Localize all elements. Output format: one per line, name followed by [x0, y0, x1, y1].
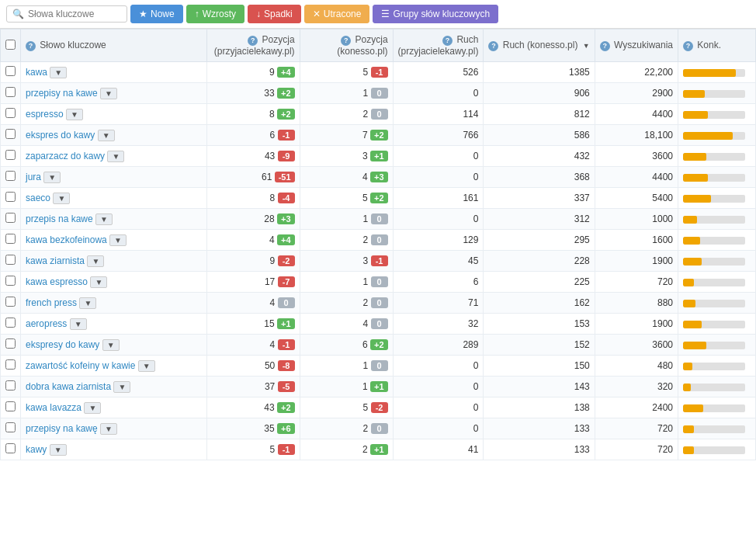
keyword-dropdown-btn[interactable]: ▼ [100, 88, 117, 99]
keyword-link[interactable]: kawa espresso [26, 276, 88, 287]
keyword-link[interactable]: kawa ziarnista [26, 255, 85, 266]
tab-utracone[interactable]: ✕ Utracone [304, 5, 370, 23]
row-checkbox-cell[interactable] [1, 230, 21, 251]
badge-pos1: -51 [275, 172, 295, 182]
row-checkbox[interactable] [5, 66, 16, 76]
keyword-link[interactable]: french press [26, 297, 77, 308]
keyword-link[interactable]: ekspresy do kawy [26, 339, 99, 350]
row-checkbox-cell[interactable] [1, 125, 21, 146]
konk-bar-fill [683, 425, 694, 433]
row-checkbox[interactable] [5, 108, 16, 118]
keyword-link[interactable]: przepisy na kawe [26, 88, 98, 99]
keyword-link[interactable]: zaparzacz do kawy [26, 151, 105, 161]
row-checkbox-cell[interactable] [1, 251, 21, 272]
keyword-link[interactable]: aeropress [26, 318, 67, 329]
keyword-dropdown-btn[interactable]: ▼ [107, 151, 124, 162]
tab-grupy[interactable]: ☰ Grupy słów kluczowych [373, 5, 498, 23]
row-checkbox-cell[interactable] [1, 188, 21, 209]
row-checkbox-cell[interactable] [1, 104, 21, 125]
keyword-dropdown-btn[interactable]: ▼ [100, 423, 117, 435]
select-all-checkbox[interactable] [5, 40, 16, 50]
row-checkbox-cell[interactable] [1, 167, 21, 188]
keyword-dropdown-btn[interactable]: ▼ [113, 381, 130, 393]
keyword-link[interactable]: ekspres do kawy [26, 130, 95, 141]
keyword-dropdown-btn[interactable]: ▼ [90, 276, 107, 288]
keyword-link[interactable]: saeco [26, 193, 50, 203]
tab-spadki[interactable]: ↓ Spadki [248, 5, 301, 23]
header-pos1[interactable]: ? Pozycja(przyjacielekawy.pl) [206, 30, 300, 62]
keyword-dropdown-btn[interactable]: ▼ [87, 255, 104, 267]
row-checkbox-cell[interactable] [1, 146, 21, 167]
row-checkbox-cell[interactable] [1, 335, 21, 356]
keyword-link[interactable]: jura [26, 172, 41, 182]
row-checkbox[interactable] [5, 255, 16, 265]
row-checkbox[interactable] [5, 422, 16, 432]
konk-cell [678, 104, 756, 125]
header-konk[interactable]: ? Konk. [678, 30, 756, 62]
keyword-link[interactable]: espresso [26, 109, 64, 120]
keyword-link[interactable]: zawartość kofeiny w kawie [26, 360, 135, 371]
row-checkbox-cell[interactable] [1, 83, 21, 104]
row-checkbox[interactable] [5, 401, 16, 411]
row-checkbox[interactable] [5, 234, 16, 244]
search-input[interactable] [28, 9, 121, 19]
row-checkbox[interactable] [5, 276, 16, 286]
row-checkbox[interactable] [5, 297, 16, 307]
header-traffic1[interactable]: ? Ruch(przyjacielekawy.pl) [393, 30, 484, 62]
keyword-dropdown-btn[interactable]: ▼ [50, 444, 67, 456]
keyword-link[interactable]: kawa lavazza [26, 402, 81, 413]
header-checkbox[interactable] [1, 30, 21, 62]
header-searches[interactable]: ? Wyszukiwania [595, 30, 678, 62]
header-traffic2[interactable]: ? Ruch (konesso.pl) ▼ [484, 30, 595, 62]
search-box[interactable]: 🔍 [6, 5, 127, 23]
row-checkbox[interactable] [5, 129, 16, 139]
row-checkbox-cell[interactable] [1, 209, 21, 230]
row-checkbox[interactable] [5, 192, 16, 202]
header-pos2[interactable]: ? Pozycja(konesso.pl) [300, 30, 393, 62]
tab-nowe[interactable]: ★ Nowe [130, 5, 183, 23]
keyword-link[interactable]: dobra kawa ziarnista [26, 381, 111, 392]
keyword-dropdown-btn[interactable]: ▼ [53, 193, 70, 204]
keyword-dropdown-btn[interactable]: ▼ [70, 318, 87, 330]
keyword-dropdown-btn[interactable]: ▼ [43, 172, 61, 183]
row-checkbox-cell[interactable] [1, 272, 21, 293]
keyword-dropdown-btn[interactable]: ▼ [98, 130, 115, 141]
table-row: kawa ziarnista ▼ 9 -2 3 -1 45 228 1900 [1, 251, 756, 272]
row-checkbox-cell[interactable] [1, 418, 21, 439]
row-checkbox[interactable] [5, 171, 16, 181]
row-checkbox-cell[interactable] [1, 293, 21, 314]
keyword-dropdown-btn[interactable]: ▼ [66, 109, 83, 120]
row-checkbox-cell[interactable] [1, 377, 21, 397]
searches-cell: 720 [595, 272, 678, 293]
row-checkbox-cell[interactable] [1, 62, 21, 83]
keyword-dropdown-btn[interactable]: ▼ [84, 402, 101, 414]
keyword-dropdown-btn[interactable]: ▼ [50, 67, 67, 78]
row-checkbox[interactable] [5, 150, 16, 160]
row-checkbox-cell[interactable] [1, 314, 21, 335]
keyword-dropdown-btn[interactable]: ▼ [102, 339, 120, 351]
star-icon: ★ [139, 9, 147, 19]
row-checkbox[interactable] [5, 87, 16, 97]
keyword-dropdown-btn[interactable]: ▼ [138, 360, 155, 372]
row-checkbox[interactable] [5, 443, 16, 453]
keyword-dropdown-btn[interactable]: ▼ [79, 297, 96, 309]
keyword-link[interactable]: przepis na kawe [26, 213, 93, 224]
keyword-link[interactable]: kawy [26, 444, 47, 455]
row-checkbox-cell[interactable] [1, 356, 21, 377]
keyword-link[interactable]: przepisy na kawę [26, 423, 98, 434]
row-checkbox[interactable] [5, 380, 16, 390]
keyword-dropdown-btn[interactable]: ▼ [95, 213, 113, 225]
table-row: french press ▼ 4 0 2 0 71 162 880 [1, 293, 756, 314]
row-checkbox[interactable] [5, 318, 16, 328]
keyword-link[interactable]: kawa [26, 67, 47, 78]
row-checkbox[interactable] [5, 213, 16, 223]
header-keyword: ? Słowo kluczowe [21, 30, 207, 62]
keyword-link[interactable]: kawa bezkofeinowa [26, 234, 107, 245]
keyword-dropdown-btn[interactable]: ▼ [109, 234, 127, 246]
tab-wzrosty[interactable]: ↑ Wzrosty [186, 5, 244, 23]
badge-pos2: 0 [371, 360, 388, 371]
row-checkbox-cell[interactable] [1, 397, 21, 418]
row-checkbox[interactable] [5, 359, 16, 370]
row-checkbox-cell[interactable] [1, 439, 21, 460]
row-checkbox[interactable] [5, 338, 16, 349]
